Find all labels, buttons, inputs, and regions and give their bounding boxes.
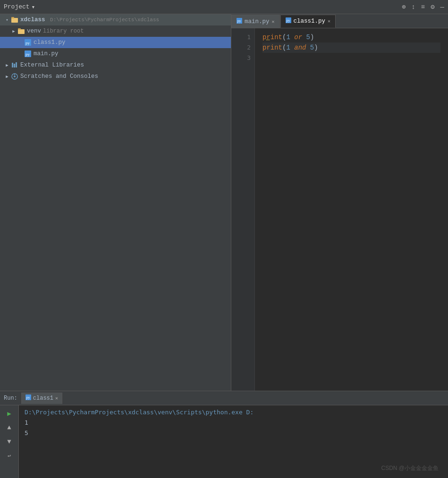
code-area[interactable]: 1 2 3 print(1 or 5) print(1 and 5) [231,28,448,391]
tab-class1py-icon: py [286,17,291,25]
extlib-arrow-icon: ▶ [4,63,10,68]
run-play-icon[interactable]: ▶ [3,408,16,419]
bottom-tab-close-icon[interactable]: ✕ [55,395,58,401]
sidebar-item-mainpy[interactable]: py main.py [0,48,231,59]
svg-rect-0 [11,18,18,23]
code-or-keyword: or [294,32,302,42]
sidebar-item-scratches[interactable]: ▶ Scratches and Consoles [0,71,231,82]
extlib-label: External Libraries [20,62,84,68]
code-line-1: print(1 or 5) [262,32,440,42]
bottom-tabs: Run: py class1 ✕ [0,391,448,405]
code-space1 [290,32,294,42]
svg-rect-8 [12,63,13,67]
code-num1-2: 1 [286,42,290,53]
project-title[interactable]: Project ▾ [4,3,35,11]
tab-mainpy-close-icon[interactable]: ✕ [272,19,275,25]
scratches-icon [10,73,19,80]
code-num5-1: 5 [306,32,310,42]
code-num1: 1 [286,32,290,42]
code-print2-keyword: print [262,42,282,53]
output-line-1: 1 [25,418,442,428]
run-label: Run: [4,395,17,402]
bottom-tab-python-icon: py [25,394,31,402]
tabs-bar: py main.py ✕ py class1.py ✕ [231,14,448,28]
line-num-3: 3 [231,53,251,63]
output-path-text: D:\Projects\PycharmProjects\xdclass\venv… [25,409,254,416]
locate-icon[interactable]: ⊕ [402,3,406,11]
bottom-tab-class1-label: class1 [33,395,53,402]
svg-rect-1 [11,17,14,18]
svg-rect-2 [18,29,25,34]
collapse-icon[interactable]: ↕ [411,3,415,11]
code-editor[interactable]: print(1 or 5) print(1 and 5) [255,28,448,391]
code-and-keyword: and [294,42,306,53]
venv-arrow-icon: ▶ [10,29,17,34]
sidebar: ▾ xdclass D:\Projects\PycharmProjects\xd… [0,14,231,391]
wrap-icon[interactable]: ↩ [3,451,16,461]
svg-text:py: py [25,41,30,45]
svg-text:py: py [25,52,30,57]
tab-mainpy-label: main.py [245,18,270,25]
code-paren1-open: ( [282,32,286,42]
sidebar-content: ▾ xdclass D:\Projects\PycharmProjects\xd… [0,14,231,391]
xdclass-folder-icon [10,17,19,23]
line-num-1: 1 [231,32,251,42]
watermark: CSDN @小金金金金鱼 [381,464,439,472]
code-print1-hint: r [266,32,270,42]
toolbar-icons: ⊕ ↕ ≡ ⚙ — [402,3,444,11]
code-space3 [290,42,294,53]
tab-mainpy-icon: py [237,18,242,25]
menu-icon[interactable]: ≡ [421,3,425,11]
venv-label: venv [27,28,41,34]
settings-icon[interactable]: ⚙ [431,3,434,11]
mainpy-arrow-icon [17,51,24,56]
svg-point-12 [14,75,16,77]
scratches-label: Scratches and Consoles [20,73,98,80]
svg-text:py: py [26,395,30,400]
tab-class1py-label: class1.py [294,18,326,25]
xdclass-arrow-icon: ▾ [4,17,10,23]
line-num-2: 2 [231,42,251,53]
output-num-1: 1 [25,419,28,426]
code-num5-2: 5 [310,42,314,53]
editor-area: py main.py ✕ py class1.py ✕ [231,14,448,391]
code-line-3 [262,53,440,63]
class1-label: class1.py [34,39,66,46]
sidebar-item-ext-lib[interactable]: ▶ External Libraries [0,59,231,71]
project-label: Project [4,3,30,10]
bottom-panel: Run: py class1 ✕ ▶ ▲ ▼ ↩ D:\Projects\Pyc… [0,391,448,478]
code-paren1-close: ) [310,32,314,42]
output-path-line: D:\Projects\PycharmProjects\xdclass\venv… [25,407,442,418]
top-bar: Project ▾ ⊕ ↕ ≡ ⚙ — [0,0,448,14]
minimize-icon[interactable]: — [440,3,444,11]
code-paren2-open: ( [282,42,286,53]
tab-class1py[interactable]: py class1.py ✕ [280,15,336,28]
mainpy-label: main.py [34,50,59,57]
class1-file-icon: py [24,39,32,46]
scroll-up-icon[interactable]: ▲ [3,422,16,433]
output-line-2: 5 [25,428,442,438]
venv-sublabel: library root [43,28,84,34]
code-paren2-close: ) [314,42,318,53]
svg-rect-10 [16,62,17,67]
scroll-down-icon[interactable]: ▼ [3,436,16,447]
sidebar-item-venv[interactable]: ▶ venv library root [0,25,231,37]
code-space2 [302,32,306,42]
code-print1-rest: int [270,32,282,42]
sidebar-item-class1py[interactable]: py class1.py [0,37,231,48]
class1-arrow-icon [17,40,24,45]
tab-mainpy[interactable]: py main.py ✕ [231,15,280,28]
venv-folder-icon [17,28,25,34]
mainpy-file-icon: py [24,50,32,57]
code-space4 [306,42,310,53]
bottom-side-icons: ▶ ▲ ▼ ↩ [0,405,19,478]
project-chevron-icon[interactable]: ▾ [32,3,35,11]
xdclass-label: xdclass [20,17,45,23]
scratches-arrow-icon: ▶ [4,74,10,79]
tab-class1py-close-icon[interactable]: ✕ [328,18,330,24]
xdclass-path: D:\Projects\PycharmProjects\xdclass [47,17,160,23]
bottom-tab-class1[interactable]: py class1 ✕ [21,393,62,404]
svg-text:py: py [286,18,290,23]
svg-rect-3 [18,28,21,30]
sidebar-item-xdclass[interactable]: ▾ xdclass D:\Projects\PycharmProjects\xd… [0,14,231,25]
